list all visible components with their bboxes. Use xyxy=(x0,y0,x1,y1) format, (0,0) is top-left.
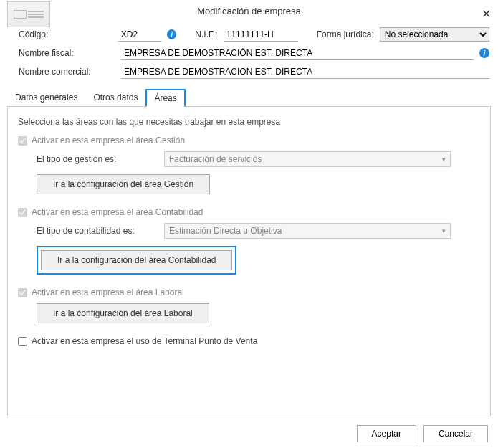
cancel-button[interactable]: Cancelar xyxy=(423,425,488,442)
gestion-type-value: Facturación de servicios xyxy=(169,154,262,164)
contabilidad-checkbox-label: Activar en esta empresa el área Contabil… xyxy=(32,207,203,217)
gestion-checkbox[interactable] xyxy=(18,136,27,146)
tab-bar: Datos generales Otros datos Áreas xyxy=(7,89,491,107)
tab-otros-datos[interactable]: Otros datos xyxy=(85,89,145,107)
contabilidad-type-select[interactable]: Estimación Directa u Objetiva ▾ xyxy=(164,223,451,239)
config-gestion-button[interactable]: Ir a la configuración del área Gestión xyxy=(37,174,210,194)
laboral-checkbox-label: Activar en esta empresa el área Laboral xyxy=(32,287,184,297)
nif-label: N.I.F.: xyxy=(195,29,217,39)
config-laboral-button[interactable]: Ir a la configuración del área Laboral xyxy=(37,303,209,323)
forma-label: Forma jurídica: xyxy=(317,29,374,39)
gestion-type-label: El tipo de gestión es: xyxy=(37,154,158,164)
app-logo xyxy=(7,1,50,27)
config-contabilidad-button[interactable]: Ir a la configuración del área Contabili… xyxy=(41,250,232,270)
nombre-fiscal-label: Nombre fiscal: xyxy=(19,48,115,58)
close-icon[interactable]: ✕ xyxy=(482,3,491,26)
tpv-checkbox-label: Activar en esta empresa el uso de Termin… xyxy=(32,336,257,346)
info-icon[interactable]: i xyxy=(479,48,489,58)
chevron-down-icon: ▾ xyxy=(442,227,446,234)
gestion-checkbox-label: Activar en esta empresa el área Gestión xyxy=(32,135,185,146)
contabilidad-type-value: Estimación Directa u Objetiva xyxy=(169,226,282,236)
gestion-type-select[interactable]: Facturación de servicios ▾ xyxy=(164,151,451,167)
chevron-down-icon: ▾ xyxy=(442,156,446,163)
highlighted-action: Ir a la configuración del área Contabili… xyxy=(37,246,236,275)
nombre-fiscal-input[interactable] xyxy=(121,46,474,60)
codigo-label: Código: xyxy=(19,29,112,39)
nombre-comercial-input[interactable] xyxy=(121,65,489,79)
tab-areas[interactable]: Áreas xyxy=(145,89,185,107)
info-icon[interactable]: i xyxy=(167,29,177,39)
forma-juridica-select[interactable]: No seleccionada xyxy=(380,27,489,42)
tab-datos-generales[interactable]: Datos generales xyxy=(7,89,85,107)
codigo-input[interactable] xyxy=(118,27,161,42)
panel-instruction: Selecciona las áreas con las que necesit… xyxy=(18,117,480,127)
window-title: Modificación de empresa xyxy=(197,6,301,16)
areas-panel: Selecciona las áreas con las que necesit… xyxy=(7,107,491,416)
nif-input[interactable] xyxy=(224,27,298,42)
contabilidad-checkbox[interactable] xyxy=(18,208,27,217)
contabilidad-type-label: El tipo de contabilidad es: xyxy=(37,226,158,236)
accept-button[interactable]: Aceptar xyxy=(357,425,416,442)
nombre-comercial-label: Nombre comercial: xyxy=(19,67,115,77)
tpv-checkbox[interactable] xyxy=(18,337,27,346)
laboral-checkbox[interactable] xyxy=(18,288,27,297)
